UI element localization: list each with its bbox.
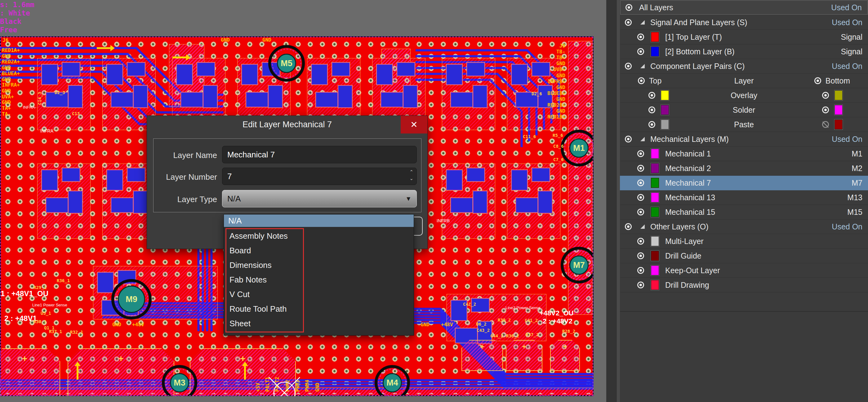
dropdown-item[interactable]: Dimensions [224,258,414,272]
layer-row[interactable]: Drill Drawing [620,278,868,292]
visibility-eye-icon[interactable] [822,107,829,113]
net-label: PWM4 [304,380,310,392]
layer-group-header[interactable]: Signal And Plane Layers (S)Used On [620,15,868,30]
layer-group-header[interactable]: Mechanical Layers (M)Used On [620,132,868,146]
component-ref-label: U6_2 [476,322,487,326]
visibility-eye-icon[interactable] [648,107,655,113]
visibility-eye-icon[interactable] [648,121,655,128]
layer-color-swatch[interactable] [651,207,659,217]
visibility-eye-icon[interactable] [637,267,644,274]
dialog-close-button[interactable]: ✕ [401,116,427,134]
dropdown-item[interactable]: Assembly Notes [224,229,414,243]
layer-color-swatch[interactable] [661,105,669,115]
collapse-triangle-icon[interactable] [640,224,645,229]
layer-row[interactable]: Keep-Out Layer [620,263,868,278]
visibility-eye-icon[interactable] [637,282,644,288]
mounting-hole-label: M5 [281,59,292,68]
panel-splitter[interactable] [606,0,620,402]
layer-pair-row[interactable]: Solder [620,103,868,117]
layer-row-label: Keep-Out Layer [665,266,720,275]
spinner-arrows[interactable]: ⌃⌄ [409,170,413,180]
layer-color-swatch[interactable] [651,193,659,202]
layer-pair-row[interactable]: Overlay [620,88,868,103]
layer-row[interactable]: Mechanical 13M13 [620,190,868,205]
component-cluster [442,58,495,130]
used-on-label[interactable]: Used On [832,62,862,71]
layer-color-swatch[interactable] [835,90,843,100]
visibility-eye-off-icon[interactable] [822,121,829,128]
dropdown-item[interactable]: V Cut [224,287,414,302]
visibility-eye-icon[interactable] [637,209,644,216]
component-ref-label: D2_6 [531,91,542,96]
collapse-triangle-icon[interactable] [640,20,645,25]
layer-row[interactable]: [1] Top Layer (T)Signal [620,30,868,45]
layer-row[interactable]: [2] Bottom Layer (B)Signal [620,45,868,59]
layer-color-swatch[interactable] [651,32,659,42]
dropdown-item[interactable]: Route Tool Path [224,302,414,316]
layer-color-swatch[interactable] [651,280,659,290]
component-ref-label: R29_1 [33,285,46,290]
visibility-eye-icon[interactable] [637,238,644,245]
layer-type-label: Layer Type [152,191,217,208]
net-label: GND [2,64,11,70]
visibility-eye-icon[interactable] [637,165,644,172]
component-ref-label: R30_1 [33,319,46,324]
visibility-eye-icon[interactable] [822,92,829,99]
layer-color-swatch[interactable] [835,119,843,130]
mounting-hole-label: M3 [174,378,185,388]
layer-group-header[interactable]: Other Layers (O)Used On [620,220,868,234]
layer-color-swatch[interactable] [651,47,659,57]
visibility-eye-icon[interactable] [625,63,632,69]
layer-color-swatch[interactable] [651,163,659,173]
visibility-eye-icon[interactable] [637,48,644,55]
layer-group-header[interactable]: Component Layer Pairs (C)Used On [620,59,868,74]
layer-color-swatch[interactable] [661,119,669,130]
layer-row[interactable]: Drill Guide [620,249,868,263]
visibility-eye-icon[interactable] [625,4,632,11]
layer-row[interactable]: Mechanical 15M15 [620,205,868,220]
layer-color-swatch[interactable] [651,236,659,246]
net-label: GND [527,108,565,114]
layer-color-swatch[interactable] [651,149,659,159]
dropdown-item-na[interactable]: N/A [224,214,414,227]
layer-color-swatch[interactable] [661,90,669,100]
layer-row-label: [2] Bottom Layer (B) [665,47,735,56]
used-on-label[interactable]: Used On [831,3,862,12]
layer-color-swatch[interactable] [651,178,659,188]
visibility-eye-icon[interactable] [648,92,655,99]
layer-name-input[interactable]: Mechanical 7 [222,146,417,163]
dropdown-item[interactable]: Board [224,243,414,258]
layer-row[interactable]: Multi-Layer [620,234,868,249]
visibility-eye-icon[interactable] [638,77,645,84]
visibility-eye-icon[interactable] [637,194,644,201]
layer-type-combo[interactable]: N/A ▼ [222,190,417,207]
all-layers-header[interactable]: All LayersUsed On [620,0,868,15]
layer-row[interactable]: Mechanical 2M2 [620,161,868,176]
visibility-eye-icon[interactable] [625,223,632,230]
used-on-label[interactable]: Used On [832,18,862,27]
collapse-triangle-icon[interactable] [640,137,645,141]
component-footprint [41,170,58,191]
used-on-label[interactable]: Used On [832,135,862,144]
visibility-eye-icon[interactable] [637,252,644,259]
collapse-triangle-icon[interactable] [640,64,645,68]
visibility-eye-icon[interactable] [637,150,644,157]
component-footprint [338,85,352,108]
layer-color-swatch[interactable] [835,105,843,115]
layer-pair-row[interactable]: Paste [620,117,868,132]
chevron-down-icon: ▼ [405,195,411,202]
dropdown-item[interactable]: Fab Notes [224,272,414,287]
visibility-eye-icon[interactable] [814,77,821,84]
component-footprint [376,64,393,85]
dropdown-item[interactable]: Sheet [224,316,414,331]
visibility-eye-icon[interactable] [625,19,632,26]
layer-color-swatch[interactable] [651,251,659,261]
layer-number-input[interactable]: 7 ⌃⌄ [222,168,417,185]
used-on-label[interactable]: Used On [832,222,862,231]
layer-row[interactable]: Mechanical 1M1 [620,146,868,161]
layer-row[interactable]: Mechanical 7M7 [620,176,868,190]
visibility-eye-icon[interactable] [637,179,644,186]
layer-color-swatch[interactable] [651,265,659,275]
visibility-eye-icon[interactable] [637,33,644,40]
visibility-eye-icon[interactable] [625,136,632,142]
